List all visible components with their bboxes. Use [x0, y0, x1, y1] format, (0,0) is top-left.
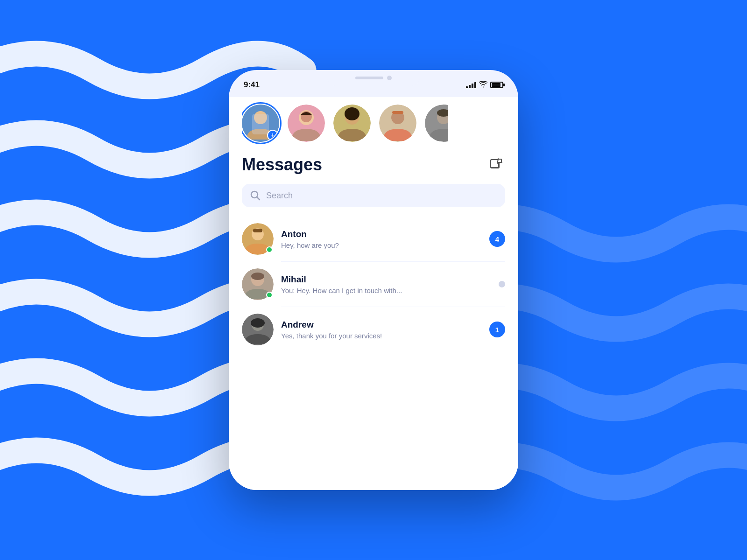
messages-title: Messages [242, 155, 322, 175]
message-body-3: Andrew Yes, thank you for your services! [281, 320, 482, 340]
message-item-3[interactable]: Andrew Yes, thank you for your services!… [242, 307, 505, 352]
story-item-1[interactable]: + [242, 105, 279, 142]
message-avatar-3 [242, 314, 274, 345]
online-indicator-1 [266, 246, 273, 253]
signal-icon [466, 82, 476, 88]
online-indicator-2 [266, 292, 273, 298]
message-body-1: Anton Hey, how are you? [281, 229, 482, 249]
phone-frame: 9:41 [229, 70, 518, 490]
svg-rect-23 [253, 229, 262, 232]
message-name-2: Mihail [281, 274, 491, 285]
message-dot-2 [499, 281, 505, 287]
message-item-1[interactable]: Anton Hey, how are you? 4 [242, 217, 505, 261]
story-item-5[interactable] [425, 105, 448, 142]
wifi-icon [479, 81, 487, 89]
status-time: 9:41 [244, 80, 260, 90]
stories-row[interactable]: + [242, 97, 505, 151]
svg-rect-11 [392, 111, 403, 114]
message-item-2[interactable]: Mihail You: Hey. How can I get in touch … [242, 262, 505, 307]
add-story-button[interactable]: + [267, 130, 278, 141]
search-icon [250, 190, 261, 201]
message-body-2: Mihail You: Hey. How can I get in touch … [281, 274, 491, 294]
message-name-1: Anton [281, 229, 482, 239]
message-avatar-wrap-2 [242, 268, 274, 300]
story-item-2[interactable] [288, 105, 325, 142]
svg-rect-2 [252, 114, 269, 134]
message-preview-3: Yes, thank you for your services! [281, 332, 482, 340]
message-badge-1: 4 [489, 231, 505, 247]
compose-button[interactable] [486, 155, 505, 174]
message-name-3: Andrew [281, 320, 482, 330]
messages-header: Messages [242, 151, 505, 184]
svg-point-26 [251, 273, 264, 280]
svg-point-8 [345, 107, 359, 120]
message-preview-2: You: Hey. How can I get in touch with... [281, 287, 491, 294]
search-bar[interactable]: Search [242, 184, 505, 207]
message-list: Anton Hey, how are you? 4 [242, 217, 505, 352]
message-preview-1: Hey, how are you? [281, 241, 482, 249]
message-avatar-wrap-3 [242, 314, 274, 345]
camera [387, 76, 392, 80]
speaker [355, 77, 383, 79]
story-item-3[interactable] [333, 105, 371, 142]
status-icons [466, 81, 503, 89]
message-badge-3: 1 [489, 322, 505, 337]
story-item-4[interactable] [379, 105, 416, 142]
phone-content: + [229, 97, 518, 490]
svg-line-20 [257, 197, 260, 200]
notch [327, 70, 420, 86]
message-avatar-wrap-1 [242, 223, 274, 255]
battery-icon [490, 82, 503, 88]
search-placeholder[interactable]: Search [266, 191, 293, 201]
svg-point-29 [251, 318, 265, 328]
